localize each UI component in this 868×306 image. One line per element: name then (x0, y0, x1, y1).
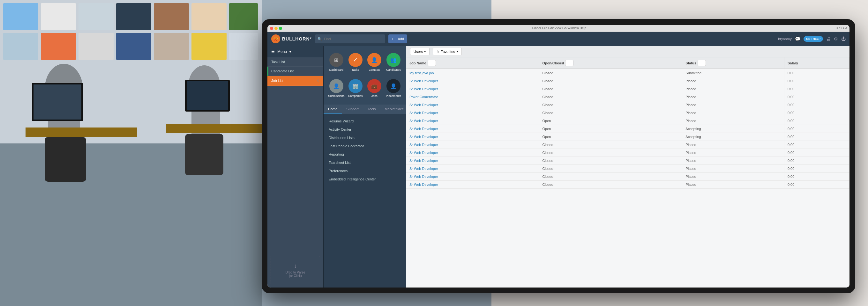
job-link[interactable]: Sr Web Developer (409, 103, 438, 107)
job-link[interactable]: My test java job (409, 71, 434, 75)
menu-item-reporting[interactable]: Reporting (323, 150, 406, 159)
menu-item-activity-center[interactable]: Activity Center (323, 125, 406, 134)
cell-salary: 0.00 (784, 141, 849, 149)
sidebar-item-candidatelist[interactable]: Candidate List (268, 67, 323, 76)
favorites-button[interactable]: ☆ Favorites ▾ (433, 48, 462, 55)
cell-openclosed: Closed (539, 181, 682, 189)
cell-status: Placed (682, 165, 784, 173)
contacts-icon: 👤 (371, 57, 377, 63)
mac-close-dot[interactable] (270, 27, 273, 30)
cell-status: Placed (682, 109, 784, 117)
job-link[interactable]: Sr Web Developer (409, 151, 438, 155)
status-filter[interactable] (698, 60, 706, 66)
table-row: Sr Web Developer Closed Placed 0.00 (406, 165, 849, 173)
job-link[interactable]: Sr Web Developer (409, 127, 438, 131)
jobname-filter[interactable] (428, 60, 436, 66)
cell-salary: 0.00 (784, 165, 849, 173)
mac-maximize-dot[interactable] (279, 27, 282, 30)
cell-jobname: Sr Web Developer (406, 109, 539, 117)
job-link[interactable]: Sr Web Developer (409, 119, 438, 123)
close-icon[interactable]: ✕ (316, 78, 319, 83)
drop-zone[interactable]: ↓ Drop to Parse (or Click) (271, 256, 320, 284)
icon-item-dashboard[interactable]: ⊞ Dashboard (327, 49, 346, 75)
search-bar[interactable]: 🔍 (315, 34, 385, 43)
cell-openclosed: Closed (539, 69, 682, 77)
add-button[interactable]: + + Add (389, 34, 407, 43)
mac-minimize-dot[interactable] (274, 27, 278, 30)
cell-jobname: Sr Web Developer (406, 77, 539, 85)
cell-openclosed: Closed (539, 109, 682, 117)
menu-item-distribution-lists[interactable]: Distribution Lists (323, 134, 406, 142)
svg-rect-3 (3, 3, 38, 30)
macos-bar-text: Finder File Edit View Go Window Help (283, 27, 835, 30)
laptop-container: Finder File Edit View Go Window Help 9:3… (262, 19, 855, 293)
icon-item-jobs[interactable]: 💼 Jobs (365, 75, 384, 101)
candidates-circle: 👥 (386, 53, 401, 67)
col-header-salary[interactable]: Salary (784, 57, 849, 69)
laptop-screen: Finder File Edit View Go Window Help 9:3… (268, 25, 849, 287)
users-button[interactable]: Users ▾ (410, 48, 430, 55)
menu-item-embedded-intelligence[interactable]: Embedded Intelligence Center (323, 175, 406, 183)
cell-status: Placed (682, 93, 784, 101)
cell-openclosed: Open (539, 133, 682, 141)
cell-jobname: Sr Web Developer (406, 157, 539, 165)
tab-support[interactable]: Support (342, 105, 363, 114)
job-link[interactable]: Sr Web Developer (409, 79, 438, 83)
table-row: Sr Web Developer Closed Placed 0.00 (406, 181, 849, 189)
tab-home[interactable]: Home (323, 105, 342, 114)
job-link[interactable]: Sr Web Developer (409, 87, 438, 91)
print-icon[interactable]: 🖨 (826, 36, 831, 41)
job-link[interactable]: Sr Web Developer (409, 183, 438, 186)
tasks-icon: ✓ (353, 57, 358, 63)
job-link[interactable]: Sr Web Developer (409, 159, 438, 163)
openclosed-filter[interactable] (565, 60, 574, 66)
table-body: My test java job Closed Submitted 0.00 S… (406, 69, 849, 189)
icon-item-tasks[interactable]: ✓ Tasks (346, 49, 365, 75)
drop-zone-cursor: ↓ (275, 263, 316, 269)
svg-rect-8 (191, 3, 226, 30)
center-menu: ⊞ Dashboard ✓ Tasks 👤 (323, 46, 406, 287)
icon-item-companies[interactable]: 🏢 Companies (346, 75, 365, 101)
cell-jobname: Sr Web Developer (406, 133, 539, 141)
tab-tools[interactable]: Tools (363, 105, 380, 114)
placements-label: Placements (386, 94, 401, 98)
get-help-button[interactable]: GET HELP (804, 36, 823, 42)
icon-item-contacts[interactable]: 👤 Contacts (365, 49, 384, 75)
power-icon[interactable]: ⏻ (841, 36, 846, 41)
submissions-circle: 👤 (329, 79, 343, 93)
icon-item-placements[interactable]: 👤 Placements (384, 75, 403, 101)
menu-item-tearsheet-list[interactable]: Tearsheet List (323, 159, 406, 167)
col-header-jobname[interactable]: Job Name (406, 57, 539, 69)
job-link[interactable]: Sr Web Developer (409, 175, 438, 178)
svg-rect-11 (41, 33, 76, 60)
cell-salary: 0.00 (784, 157, 849, 165)
menu-item-resume-wizard[interactable]: Resume Wizard (323, 117, 406, 125)
job-link[interactable]: Poker Comentator (409, 95, 438, 99)
job-link[interactable]: Sr Web Developer (409, 111, 438, 115)
job-link[interactable]: Sr Web Developer (409, 167, 438, 171)
menu-item-preferences[interactable]: Preferences (323, 167, 406, 175)
icon-item-candidates[interactable]: 👥 Candidates (384, 49, 403, 75)
svg-rect-16 (229, 33, 258, 60)
placements-icon: 👤 (390, 83, 397, 89)
settings-icon[interactable]: ⚙ (834, 36, 838, 41)
right-content: Users ▾ ☆ Favorites ▾ (406, 46, 849, 287)
search-input[interactable] (324, 37, 375, 41)
cell-status: Placed (682, 141, 784, 149)
menu-item-last-people[interactable]: Last People Contacted (323, 142, 406, 150)
data-table-container: Job Name Open/Closed (406, 57, 849, 287)
job-link[interactable]: Sr Web Developer (409, 143, 438, 147)
sidebar-item-tasklist[interactable]: Task List (268, 57, 323, 67)
submissions-icon: 👤 (333, 83, 340, 89)
icon-item-submissions[interactable]: 👤 Submissions (327, 75, 346, 101)
job-link[interactable]: Sr Web Developer (409, 135, 438, 139)
sidebar-item-joblist[interactable]: Job List ✕ (268, 76, 323, 86)
svg-rect-6 (116, 3, 151, 30)
cell-salary: 0.00 (784, 181, 849, 189)
col-header-status[interactable]: Status (682, 57, 784, 69)
svg-rect-7 (154, 3, 189, 30)
tab-marketplace[interactable]: Marketplace (380, 105, 408, 114)
col-header-openclosed[interactable]: Open/Closed (539, 57, 682, 69)
menu-header[interactable]: ☰ Menu ▾ (268, 46, 323, 57)
cell-openclosed: Closed (539, 173, 682, 181)
